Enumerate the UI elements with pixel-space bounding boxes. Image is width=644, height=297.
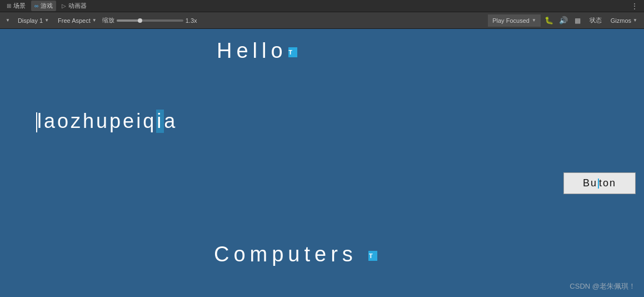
lao-text-before: laozhupeiq	[37, 110, 156, 132]
grid-display-button[interactable]: ▦	[572, 14, 584, 27]
game-viewport: HelloT laozhupeiqia Buton Computers T CS…	[0, 29, 644, 297]
scale-slider-thumb	[138, 18, 142, 23]
menu-item-game[interactable]: ∞ 游戏	[31, 1, 56, 11]
play-focused-chevron-icon: ▼	[532, 18, 536, 23]
gizmos-label: Gizmos	[611, 17, 631, 24]
chevron-down-icon: ▼	[6, 18, 10, 23]
lao-text: laozhupeiqia	[36, 110, 177, 133]
watermark-text: CSDN @老朱佩琪！	[570, 282, 636, 290]
game-button-element[interactable]: Buton	[563, 172, 636, 194]
scale-slider-fill	[117, 19, 140, 22]
status-label: 状态	[590, 17, 602, 23]
hello-text-indicator: T	[288, 47, 297, 57]
menu-label-animator: 动画器	[68, 2, 87, 10]
lao-text-after: a	[164, 110, 177, 132]
computers-text-indicator: T	[368, 251, 377, 261]
toolbar: ▼ Display 1 ▼ Free Aspect ▼ 缩放 1.3x Play…	[0, 12, 644, 29]
game-icon: ∞	[34, 3, 38, 9]
scale-value-label: 1.3x	[186, 17, 202, 24]
mute-button[interactable]: 🔊	[557, 14, 570, 27]
hello-text-content: Hello	[217, 39, 287, 62]
button-text-before: Bu	[583, 177, 597, 189]
scale-slider[interactable]	[117, 19, 183, 22]
aspect-label: Free Aspect	[58, 17, 91, 24]
play-focused-button[interactable]: Play Focused ▼	[488, 14, 541, 27]
button-text-after: ton	[599, 177, 616, 189]
display-dropdown-arrow[interactable]: ▼	[3, 17, 12, 24]
menu-bar: ⊞ 场景 ∞ 游戏 ▷ 动画器 ⋮	[0, 0, 644, 12]
grid-icon: ⊞	[7, 3, 11, 9]
watermark: CSDN @老朱佩琪！	[570, 281, 636, 291]
display-button[interactable]: Display 1 ▼	[14, 14, 52, 27]
bug-button[interactable]: 🐛	[543, 14, 555, 27]
gizmos-button[interactable]: Gizmos ▼	[607, 16, 641, 25]
menu-label-game: 游戏	[41, 2, 53, 10]
scale-prefix-label: 缩放	[102, 16, 114, 24]
mute-icon: 🔊	[559, 16, 568, 24]
gizmos-chevron-icon: ▼	[633, 18, 637, 23]
aspect-button[interactable]: Free Aspect ▼	[54, 14, 100, 27]
computers-text-content: Computers	[214, 242, 357, 266]
more-options-icon[interactable]: ⋮	[628, 2, 641, 11]
bug-icon: 🐛	[545, 16, 553, 24]
menu-item-animator[interactable]: ▷ 动画器	[58, 1, 90, 11]
aspect-chevron-icon: ▼	[92, 18, 97, 23]
animator-icon: ▷	[62, 3, 66, 9]
hello-text: HelloT	[217, 39, 297, 63]
grid-display-icon: ▦	[575, 17, 581, 24]
play-focused-label: Play Focused	[492, 17, 530, 24]
menu-label-scene: 场景	[13, 2, 26, 10]
display-chevron-icon: ▼	[44, 18, 49, 23]
lao-text-selected: i	[156, 110, 164, 133]
computers-text: Computers T	[214, 242, 377, 266]
menu-item-scene[interactable]: ⊞ 场景	[3, 1, 29, 11]
display-label: Display 1	[18, 17, 43, 24]
status-button[interactable]: 状态	[586, 15, 605, 26]
